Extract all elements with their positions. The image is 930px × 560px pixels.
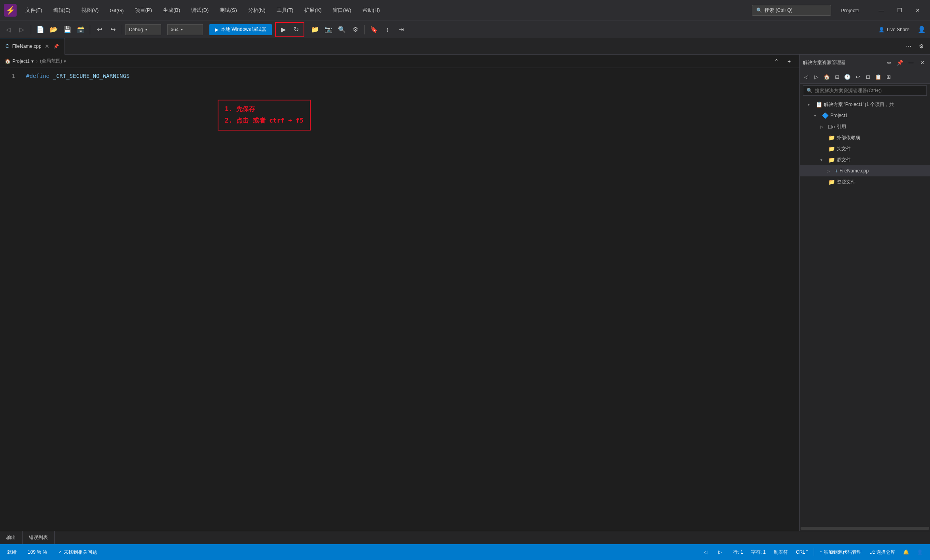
panel-filter-btn[interactable]: ⊞ (884, 72, 893, 82)
toolbar-arrow-btn[interactable]: ↕ (381, 24, 393, 36)
tab-pin-icon[interactable]: 📌 (53, 44, 59, 49)
toolbar-save-btn[interactable]: 💾 (61, 24, 73, 36)
tree-filename-cpp[interactable]: ▷ + FileName.cpp (800, 165, 930, 176)
menu-project[interactable]: 项目(P) (129, 5, 158, 15)
tree-external-deps[interactable]: 📁 外部依赖项 (800, 132, 930, 143)
menu-file[interactable]: 文件(F) (20, 5, 48, 15)
toolbar-play-btn[interactable]: ▶ (277, 24, 289, 36)
restore-button[interactable]: ❐ (890, 4, 909, 17)
status-ready[interactable]: 就绪 (5, 548, 19, 556)
toolbar-redo-btn[interactable]: ↪ (107, 24, 119, 36)
toolbar-open-btn[interactable]: 📂 (48, 24, 60, 36)
close-button[interactable]: ✕ (909, 4, 927, 17)
tree-headers[interactable]: 📁 头文件 (800, 143, 930, 154)
editor-container: 🏠 Project1 ▾ › (全局范围) ▾ ⌃ + 1 #define _C… (0, 55, 799, 531)
breadcrumb-sep: › (36, 59, 38, 64)
toolbar-undo-btn[interactable]: ↩ (93, 24, 105, 36)
global-search[interactable]: 🔍 搜索 (Ctrl+Q) (752, 5, 831, 16)
menu-extensions[interactable]: 扩展(X) (299, 5, 327, 15)
headers-label: 头文件 (837, 146, 851, 152)
status-source-control[interactable]: ↑ 添加到源代码管理 (817, 548, 864, 556)
tab-bar-overflow-btn[interactable]: ⋯ (903, 41, 914, 52)
editor-scrollbar-right[interactable] (794, 68, 799, 525)
panel-forward-btn[interactable]: ▷ (812, 72, 821, 82)
status-next-btn[interactable]: ▷ (716, 549, 724, 556)
panel-reset-btn[interactable]: ⊡ (863, 72, 873, 82)
menu-test[interactable]: 测试(S) (214, 5, 242, 15)
toolbar-saveall-btn[interactable]: 🗃️ (75, 24, 87, 36)
panel-scrollbar-h[interactable] (800, 526, 930, 531)
status-zoom[interactable]: 109 % % (25, 549, 49, 556)
panel-close-btn[interactable]: ✕ (917, 58, 927, 67)
menu-build[interactable]: 生成(B) (158, 5, 186, 15)
tab-close-btn[interactable]: ✕ (45, 43, 49, 49)
breadcrumb-collapse-btn[interactable]: ⌃ (771, 56, 782, 67)
panel-copy-btn[interactable]: 📋 (873, 72, 883, 82)
toolbar-magnify-btn[interactable]: 🔍 (336, 24, 348, 36)
tree-source-files[interactable]: ▾ 📁 源文件 (800, 154, 930, 165)
tab-bar-settings-btn[interactable]: ⚙ (916, 41, 927, 52)
minimize-button[interactable]: — (872, 4, 890, 17)
toolbar-restart-btn[interactable]: ↻ (290, 24, 302, 36)
menu-debug[interactable]: 调试(D) (186, 5, 214, 15)
panel-sync-btn[interactable]: ⇔ (884, 58, 894, 67)
code-area[interactable]: #define _CRT_SECURE_NO_WARNINGS 1. 先保存 2… (20, 68, 794, 525)
menu-window[interactable]: 窗口(W) (327, 5, 357, 15)
menu-tools[interactable]: 工具(T) (271, 5, 299, 15)
toolbar-settings-btn[interactable]: ⚙ (349, 24, 361, 36)
debug-config-dropdown[interactable]: Debug ▾ (125, 24, 161, 35)
panel-pin-btn[interactable]: 📌 (895, 58, 905, 67)
editor-content: 1 #define _CRT_SECURE_NO_WARNINGS 1. 先保存… (0, 68, 799, 525)
status-user-icon[interactable]: 👤 (915, 549, 925, 556)
panel-back-btn[interactable]: ◁ (801, 72, 811, 82)
panel-minimize-btn[interactable]: — (906, 58, 916, 67)
live-share-button[interactable]: 👤 Live Share (874, 25, 914, 34)
panel-undo-btn[interactable]: ↩ (853, 72, 862, 82)
menu-help[interactable]: 帮助(H) (357, 5, 385, 15)
status-bell[interactable]: 🔔 (901, 549, 911, 556)
status-encoding[interactable]: CRLF (793, 549, 810, 556)
error-list-tab[interactable]: 错误列表 (23, 531, 55, 545)
project-select[interactable]: 🏠 Project1 ▾ (5, 59, 34, 64)
status-prev-btn[interactable]: ◁ (701, 549, 710, 556)
status-tab[interactable]: 制表符 (771, 548, 790, 556)
tab-filename-cpp[interactable]: C FileName.cpp ✕ 📌 (0, 38, 65, 55)
toolbar-back-btn[interactable]: ◁ (2, 24, 14, 36)
file-label: FileName.cpp (839, 168, 869, 174)
toolbar-camera-btn[interactable]: 📷 (323, 24, 334, 36)
extdeps-icon: 📁 (828, 134, 835, 141)
platform-dropdown[interactable]: x64 ▾ (167, 24, 203, 35)
solution-search[interactable]: 🔍 搜索解决方案资源管理器(Ctrl+;) (803, 85, 927, 96)
breadcrumb-add-btn[interactable]: + (784, 56, 795, 67)
toolbar-folder-btn[interactable]: 📁 (309, 24, 321, 36)
tree-solution-root[interactable]: ▾ 📋 解决方案 'Project1' (1 个项目，共 (800, 99, 930, 110)
toolbar-profile-btn[interactable]: 👤 (916, 24, 928, 36)
line-numbers: 1 (0, 68, 20, 525)
title-bar: ⚡ 文件(F) 编辑(E) 视图(V) Git(G) 项目(P) 生成(B) 调… (0, 0, 930, 21)
tree-project[interactable]: ▾ 🔷 Project1 (800, 110, 930, 121)
toolbar-forward-btn[interactable]: ▷ (16, 24, 28, 36)
menu-git[interactable]: Git(G) (104, 6, 129, 15)
panel-home-btn[interactable]: 🏠 (822, 72, 831, 82)
menu-view[interactable]: 视图(V) (76, 5, 104, 15)
scope-select[interactable]: (全局范围) ▾ (40, 58, 66, 64)
project-expand-icon: ▾ (814, 114, 820, 118)
tree-resources[interactable]: 📁 资源文件 (800, 176, 930, 187)
toolbar-bookmark-btn[interactable]: 🔖 (368, 24, 380, 36)
toolbar-new-btn[interactable]: 📄 (34, 24, 46, 36)
solution-search-placeholder: 搜索解决方案资源管理器(Ctrl+;) (815, 87, 882, 94)
status-row[interactable]: 行: 1 (731, 548, 745, 556)
repo-label: ⎇ 选择仓库 (869, 549, 895, 556)
run-button[interactable]: ▶ 本地 Windows 调试器 (209, 24, 272, 35)
menu-edit[interactable]: 编辑(E) (48, 5, 76, 15)
menu-analyze[interactable]: 分析(N) (243, 5, 271, 15)
status-col[interactable]: 字符: 1 (749, 548, 768, 556)
toolbar-nav-btn[interactable]: ⇥ (395, 24, 407, 36)
output-tab[interactable]: 输出 (0, 531, 23, 545)
status-repo[interactable]: ⎇ 选择仓库 (867, 548, 898, 556)
status-tab-label: 制表符 (774, 549, 788, 556)
tree-references[interactable]: ▷ □○ 引用 (800, 121, 930, 132)
panel-collapse-btn[interactable]: ⊟ (832, 72, 842, 82)
panel-clock-btn[interactable]: 🕐 (843, 72, 852, 82)
status-icon-bell[interactable]: ✓ 未找到相关问题 (56, 548, 99, 556)
